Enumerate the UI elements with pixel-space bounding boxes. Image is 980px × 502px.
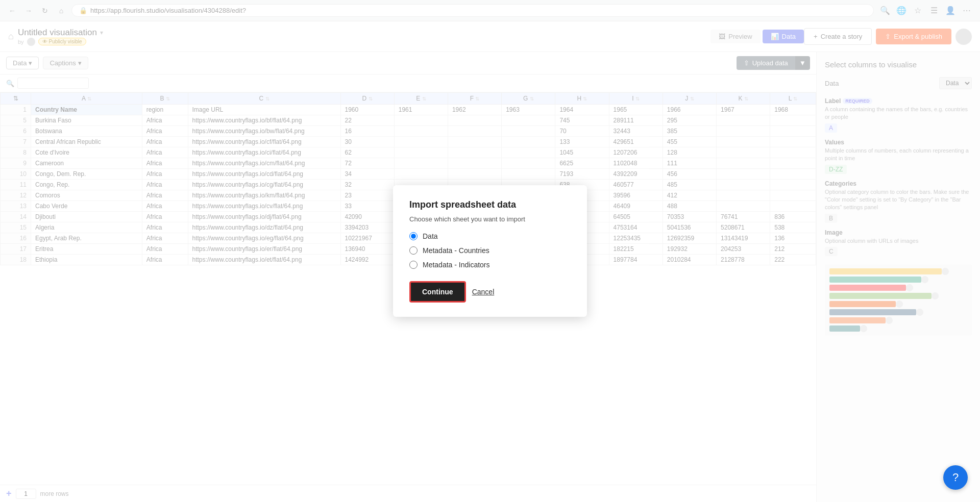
modal-option-data-label: Data [423,232,438,240]
modal-option-metadata-countries[interactable]: Metadata - Countries [409,246,571,255]
continue-button[interactable]: Continue [409,281,466,303]
modal-footer: Continue Cancel [409,281,571,303]
help-button[interactable]: ? [943,465,968,490]
modal-title: Import spreadsheet data [409,199,571,210]
modal-subtitle: Choose which sheet you want to import [409,215,571,223]
modal-radio-data[interactable] [409,232,418,240]
modal-radio-indicators[interactable] [409,261,418,269]
modal-option-data[interactable]: Data [409,232,571,240]
modal-option-indicators-label: Metadata - Indicators [423,261,490,269]
cancel-button[interactable]: Cancel [472,288,495,296]
import-modal: Import spreadsheet data Choose which she… [393,185,587,317]
help-icon: ? [952,471,959,484]
modal-option-metadata-indicators[interactable]: Metadata - Indicators [409,261,571,269]
modal-radio-countries[interactable] [409,246,418,255]
modal-overlay: Import spreadsheet data Choose which she… [0,0,980,502]
modal-option-countries-label: Metadata - Countries [423,246,489,255]
